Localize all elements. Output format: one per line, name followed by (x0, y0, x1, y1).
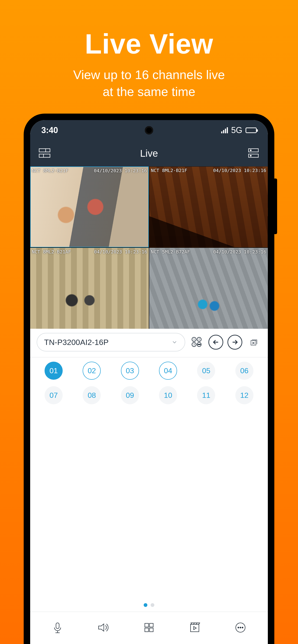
channel-10[interactable]: 10 (159, 386, 177, 404)
svg-text:3: 3 (193, 343, 195, 346)
status-time: 3:40 (41, 126, 58, 135)
camera-timestamp: 04/10/2023 10:23:16 (213, 249, 266, 254)
camera-feed-2[interactable]: NCT 8ML2-B21F 04/10/2023 10:23:16 (149, 166, 268, 247)
camera-name: NCT 5ML2-B72AF (151, 249, 190, 254)
more-button[interactable] (234, 621, 247, 635)
camera-name: NCT 8ML2-B21F (151, 168, 187, 173)
promo-subtitle: View up to 16 channels live at the same … (0, 66, 298, 100)
camera-timestamp: 04/10/2023 10:23:16 (94, 168, 147, 174)
page-indicator (30, 598, 268, 612)
svg-point-15 (198, 344, 199, 345)
playback-icon (188, 621, 201, 634)
channel-11[interactable]: 11 (197, 386, 215, 404)
camera-timestamp: 04/10/2023 10:23:16 (94, 249, 147, 254)
channel-04[interactable]: 04 (159, 362, 177, 380)
svg-rect-2 (39, 154, 50, 158)
playback-button[interactable] (188, 621, 201, 635)
arrow-left-icon (212, 338, 220, 346)
channel-01[interactable]: 01 (45, 362, 63, 380)
status-bar: 3:40 5G (30, 120, 268, 140)
speaker-icon (97, 621, 110, 634)
svg-rect-27 (145, 623, 149, 627)
network-label: 5G (231, 126, 242, 135)
camera-feed-3[interactable]: NCT 8ML2-B21AF 04/10/2023 10:23:16 (30, 248, 149, 329)
svg-point-39 (238, 627, 239, 628)
svg-rect-28 (149, 623, 153, 627)
phone-frame: 3:40 5G Live NCT 8ML2-B (24, 114, 274, 644)
channel-08[interactable]: 08 (83, 386, 101, 404)
page-title: Live (140, 148, 158, 159)
channel-07[interactable]: 07 (45, 386, 63, 404)
channel-06[interactable]: 06 (235, 362, 253, 380)
svg-rect-23 (56, 623, 59, 629)
camera-feed-1[interactable]: NCT 8ML2-B21F 04/10/2023 10:23:16 (30, 166, 149, 247)
phone-side-button (274, 178, 277, 234)
camera-name: NCT 8ML2-B21F (32, 168, 69, 174)
signal-icon (221, 127, 228, 133)
prev-button[interactable] (208, 335, 223, 350)
svg-point-40 (240, 627, 241, 628)
svg-point-16 (199, 344, 200, 345)
arrow-right-icon (231, 338, 239, 346)
channel-list: 01 02 03 04 05 06 07 08 09 10 11 12 (30, 362, 268, 404)
layout-icon[interactable] (38, 146, 51, 160)
page-dot-2[interactable] (151, 603, 154, 607)
device-select-value: TN-P3200AI2-16P (44, 338, 109, 347)
channel-02[interactable]: 02 (83, 362, 101, 380)
promo-title: Live View (0, 28, 298, 60)
divider (30, 357, 268, 358)
mic-icon (51, 621, 64, 634)
grid-button[interactable] (143, 621, 155, 635)
more-icon (234, 621, 247, 634)
channel-09[interactable]: 09 (121, 386, 139, 404)
svg-rect-29 (145, 628, 149, 632)
svg-rect-0 (39, 148, 50, 152)
svg-point-5 (250, 150, 251, 151)
svg-text:1: 1 (193, 338, 195, 341)
bottom-toolbar (30, 612, 268, 644)
next-button[interactable] (227, 335, 242, 350)
svg-marker-26 (99, 624, 104, 631)
app-header: Live (30, 140, 268, 166)
device-select[interactable]: TN-P3200AI2-16P (37, 333, 185, 352)
camera-timestamp: 04/10/2023 10:23:16 (213, 168, 266, 173)
close-all-button[interactable] (246, 335, 261, 350)
camera-name: NCT 8ML2-B21AF (32, 249, 71, 254)
camera-feed-4[interactable]: NCT 5ML2-B72AF 04/10/2023 10:23:16 (149, 248, 268, 329)
svg-point-41 (242, 627, 243, 628)
selector-row: TN-P3200AI2-16P 123 (30, 329, 268, 356)
svg-rect-30 (149, 628, 153, 632)
channel-03[interactable]: 03 (121, 362, 139, 380)
server-list-icon[interactable] (247, 146, 260, 160)
channel-05[interactable]: 05 (197, 362, 215, 380)
svg-point-7 (250, 155, 251, 156)
svg-rect-31 (191, 624, 199, 632)
camera-hole (145, 126, 153, 134)
camera-grid: NCT 8ML2-B21F 04/10/2023 10:23:16 NCT 8M… (30, 166, 268, 329)
battery-icon (245, 128, 257, 133)
svg-point-17 (200, 344, 200, 345)
promo-header: Live View View up to 16 channels live at… (0, 0, 298, 100)
speaker-button[interactable] (97, 621, 110, 635)
grid-icon (143, 621, 155, 634)
page-dot-1[interactable] (144, 603, 147, 607)
svg-marker-37 (194, 626, 196, 630)
channel-12[interactable]: 12 (235, 386, 253, 404)
chevron-down-icon (171, 339, 178, 346)
mic-button[interactable] (51, 621, 64, 635)
channel-numbers-icon[interactable]: 123 (189, 335, 204, 350)
phone-screen: 3:40 5G Live NCT 8ML2-B (30, 120, 268, 644)
close-multi-icon (250, 338, 258, 346)
svg-text:2: 2 (198, 338, 200, 341)
